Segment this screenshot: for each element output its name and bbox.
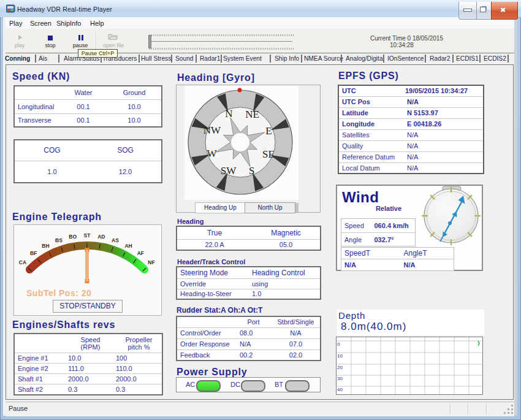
svg-text:BS: BS (55, 237, 63, 243)
svg-text:CA: CA (19, 259, 26, 265)
svg-text:10: 10 (337, 353, 343, 359)
svg-text:0: 0 (337, 342, 340, 347)
svg-text:20: 20 (337, 365, 343, 370)
svg-text:NF: NF (148, 259, 154, 265)
svg-text:SE: SE (262, 148, 275, 160)
svg-text:AH: AH (124, 243, 132, 249)
svg-text:AF: AF (137, 250, 144, 256)
svg-text:SW: SW (221, 165, 237, 177)
svg-text:AD: AD (97, 234, 105, 240)
svg-text:W: W (207, 148, 218, 159)
svg-text:S: S (249, 165, 254, 177)
svg-text:AS: AS (112, 237, 119, 243)
svg-text:BF: BF (30, 250, 37, 256)
svg-text:E: E (265, 125, 272, 137)
svg-text:N: N (225, 108, 232, 120)
svg-text:40: 40 (337, 387, 343, 392)
svg-text:NE: NE (245, 109, 259, 120)
svg-text:BO: BO (69, 234, 77, 240)
svg-text:BH: BH (42, 243, 49, 249)
svg-text:30: 30 (337, 376, 343, 381)
svg-text:ST: ST (84, 232, 91, 239)
svg-text:NW: NW (203, 124, 221, 136)
